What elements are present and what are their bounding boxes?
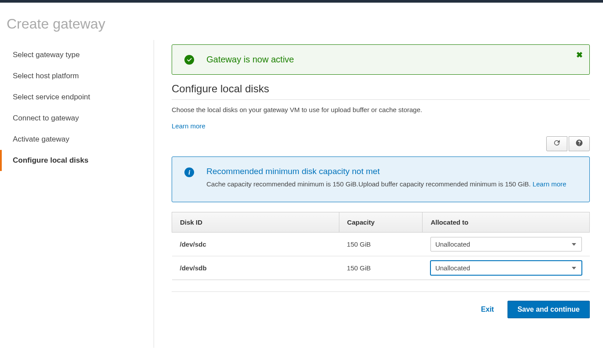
sidebar-item-activate-gateway[interactable]: Activate gateway [0, 129, 154, 150]
select-value: Unallocated [435, 264, 470, 272]
col-capacity: Capacity [339, 212, 423, 233]
disks-table: Disk ID Capacity Allocated to /dev/sdc15… [172, 212, 590, 280]
sidebar-item-select-gateway-type[interactable]: Select gateway type [0, 44, 154, 66]
allocated-cell: Unallocated [423, 233, 590, 256]
disk-id-cell: /dev/sdc [172, 233, 339, 256]
success-alert: Gateway is now active ✖ [172, 44, 590, 75]
allocated-to-select[interactable]: Unallocated [430, 237, 582, 251]
disk-id-cell: /dev/sdb [172, 256, 339, 280]
sidebar-item-connect-to-gateway[interactable]: Connect to gateway [0, 108, 154, 129]
table-row: /dev/sdc150 GiBUnallocated [172, 233, 590, 256]
close-icon[interactable]: ✖ [576, 50, 583, 60]
help-button[interactable] [569, 136, 590, 151]
info-alert-title: Recommended minimum disk capacity not me… [206, 167, 566, 176]
info-alert-body: Cache capacity recommended minimum is 15… [206, 179, 566, 189]
wizard-sidebar: Select gateway typeSelect host platformS… [0, 40, 154, 348]
capacity-cell: 150 GiB [339, 233, 423, 256]
help-icon [575, 139, 583, 149]
sidebar-item-select-host-platform[interactable]: Select host platform [0, 66, 154, 87]
footer-actions: Exit Save and continue [172, 291, 590, 318]
refresh-button[interactable] [546, 136, 567, 151]
info-alert-text: Cache capacity recommended minimum is 15… [206, 180, 533, 188]
check-circle-icon [184, 55, 194, 65]
info-icon: i [184, 167, 194, 177]
select-value: Unallocated [435, 240, 470, 248]
info-alert: i Recommended minimum disk capacity not … [172, 157, 590, 202]
capacity-cell: 150 GiB [339, 256, 423, 280]
col-allocated-to: Allocated to [423, 212, 590, 233]
allocated-cell: Unallocated [423, 256, 590, 280]
main-panel: Gateway is now active ✖ Configure local … [154, 40, 603, 348]
chevron-down-icon [572, 267, 576, 269]
learn-more-link[interactable]: Learn more [172, 122, 206, 130]
exit-button[interactable]: Exit [472, 301, 503, 318]
chevron-down-icon [572, 243, 576, 246]
sidebar-item-configure-local-disks[interactable]: Configure local disks [0, 150, 154, 171]
save-and-continue-button[interactable]: Save and continue [507, 301, 590, 318]
info-learn-more-link[interactable]: Learn more [533, 180, 566, 188]
section-description: Choose the local disks on your gateway V… [172, 106, 590, 113]
allocated-to-select[interactable]: Unallocated [430, 261, 582, 275]
section-heading: Configure local disks [172, 83, 590, 100]
success-message: Gateway is now active [206, 55, 294, 65]
col-disk-id: Disk ID [172, 212, 339, 233]
table-row: /dev/sdb150 GiBUnallocated [172, 256, 590, 280]
refresh-icon [553, 139, 561, 149]
sidebar-item-select-service-endpoint[interactable]: Select service endpoint [0, 87, 154, 108]
table-toolbar [172, 136, 590, 151]
page-title: Create gateway [0, 3, 603, 40]
